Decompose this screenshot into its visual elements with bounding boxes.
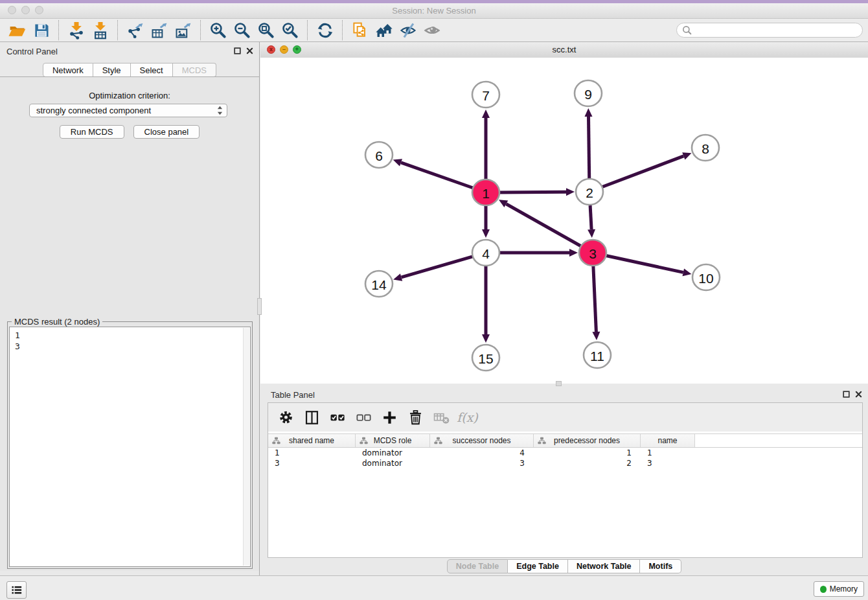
graph-node-label-14: 14 [371,277,387,292]
select-all-button[interactable] [326,405,350,430]
edge-arrow-3-10 [683,269,692,277]
home-view-button[interactable] [372,19,396,41]
tab-edge-table[interactable]: Edge Table [508,559,568,573]
cell-successor-nodes[interactable]: 3 [430,459,534,468]
cell-shared-name[interactable]: 3 [268,459,356,468]
cell-mcds-role[interactable]: dominator [356,459,430,468]
column-tree-icon [360,437,368,444]
edge-1-2[interactable] [499,192,566,192]
network-canvas[interactable]: 7968124314101511 [260,58,868,384]
duplicate-network-button[interactable] [348,19,372,41]
split-divider-handle-vertical[interactable] [257,298,262,315]
mcds-result-title: MCDS result (2 nodes) [12,317,102,327]
open-file-button[interactable] [5,19,29,41]
column-header-name[interactable]: name [641,434,695,447]
float-panel-icon[interactable] [234,47,241,54]
edge-arrow-1-2 [566,188,575,196]
column-tree-icon [272,437,280,444]
memory-label: Memory [830,584,858,594]
window-title: Session: New Session [0,6,868,16]
refresh-button[interactable] [313,19,337,41]
column-header-mcds-role[interactable]: MCDS role [356,434,430,447]
edge-arrow-3-11 [592,332,600,340]
toolbar-separator [58,20,59,40]
zoom-fit-button[interactable] [254,19,278,41]
cell-mcds-role[interactable]: dominator [356,448,430,457]
deselect-all-icon [355,409,372,426]
add-row-button[interactable] [378,405,402,430]
cell-name[interactable]: 3 [641,459,695,468]
home-view-icon [375,21,393,40]
tab-style[interactable]: Style [93,63,131,77]
edge-3-10[interactable] [606,256,683,273]
save-session-button[interactable] [29,19,53,41]
edge-arrow-1-6 [393,159,402,166]
close-table-panel-icon[interactable] [855,391,862,398]
cell-successor-nodes[interactable]: 4 [430,448,534,457]
window-titlebar[interactable]: Session: New Session [0,3,868,19]
tab-select[interactable]: Select [131,63,173,77]
tab-motifs[interactable]: Motifs [640,559,681,573]
toolbar-separator [117,20,118,40]
table-row[interactable]: 3dominator323 [268,458,862,468]
run-mcds-button[interactable]: Run MCDS [60,125,124,139]
import-network-button[interactable] [64,19,88,41]
cell-predecessor-nodes[interactable]: 1 [534,448,641,457]
refresh-icon [316,21,334,40]
zoom-out-button[interactable] [230,19,254,41]
close-panel-icon[interactable] [246,47,253,54]
tab-mcds[interactable]: MCDS [173,63,216,77]
export-image-button[interactable] [171,19,195,41]
search-icon [682,25,692,35]
export-table-button[interactable] [147,19,171,41]
edge-3-11[interactable] [593,266,597,332]
cell-predecessor-nodes[interactable]: 2 [534,459,641,468]
tab-network[interactable]: Network [43,63,93,77]
hide-graphics-button[interactable] [396,19,420,41]
table-columns-button[interactable] [300,405,324,430]
deselect-all-button[interactable] [352,405,376,430]
tab-node-table[interactable]: Node Table [447,559,508,573]
float-table-panel-icon[interactable] [843,391,850,398]
zoom-in-button[interactable] [206,19,230,41]
import-table-button[interactable] [88,19,112,41]
memory-button[interactable]: Memory [814,581,864,597]
mcds-result-textarea[interactable]: 1 3 [9,327,251,567]
table-row[interactable]: 1dominator411 [268,448,862,458]
column-header-predecessor-nodes[interactable]: predecessor nodes [534,434,641,447]
network-window-titlebar[interactable]: x–+ scc.txt [260,42,868,58]
toolbar-separator [307,20,308,40]
export-network-button[interactable] [123,19,147,41]
edge-2-9[interactable] [589,117,589,178]
split-divider-handle-horizontal[interactable] [556,381,562,386]
mcds-result-group: MCDS result (2 nodes) 1 3 [7,321,253,569]
task-history-button[interactable] [6,581,27,599]
application-window: Session: New Session Control Panel Netwo… [0,0,868,600]
cell-name[interactable]: 1 [641,448,695,457]
criterion-select-value: strongly connected component [36,106,217,115]
result-scrollbar[interactable] [243,328,249,566]
table-tabs: Node TableEdge TableNetwork TableMotifs [260,559,868,573]
graph-node-label-9: 9 [584,87,592,102]
edge-2-8[interactable] [602,156,684,187]
save-session-icon [32,21,51,40]
cell-shared-name[interactable]: 1 [268,448,356,457]
column-tree-icon [434,437,442,444]
table-settings-icon [277,409,295,426]
show-graphics-button[interactable] [420,19,444,41]
zoom-selected-button[interactable] [278,19,302,41]
edge-2-3[interactable] [590,205,591,229]
edge-1-6[interactable] [401,163,473,188]
delete-row-button[interactable] [404,405,428,430]
column-header-shared-name[interactable]: shared name [268,434,356,447]
table-settings-button[interactable] [274,405,298,430]
column-header-successor-nodes[interactable]: successor nodes [430,434,534,447]
edge-4-14[interactable] [402,257,473,277]
search-box[interactable] [676,23,863,38]
close-panel-button[interactable]: Close panel [133,125,200,139]
control-panel-header: Control Panel [0,42,259,59]
criterion-select[interactable]: strongly connected component [29,104,227,117]
tab-network-table[interactable]: Network Table [568,559,641,573]
search-input[interactable] [695,25,857,36]
edge-3-1[interactable] [506,204,580,246]
